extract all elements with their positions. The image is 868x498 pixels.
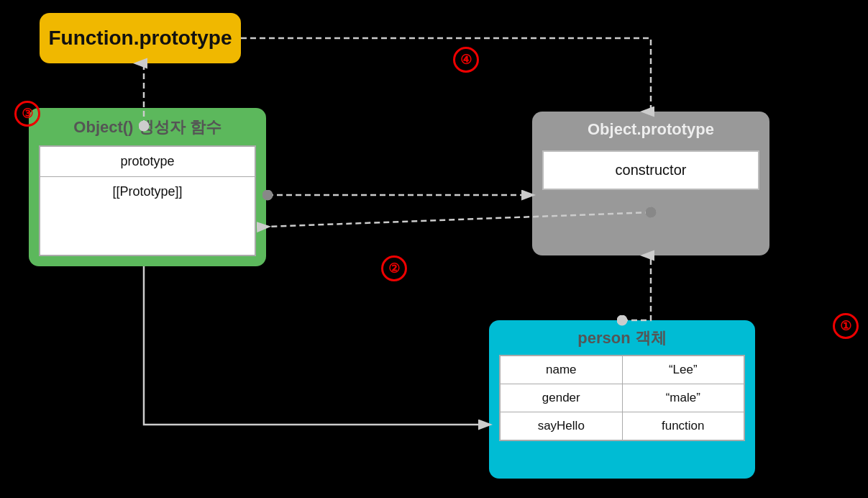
person-row-gender: gender “male” <box>501 384 744 412</box>
label-one: ① <box>833 313 859 339</box>
obj-constructor-box: Object() 생성자 함수 prototype [[Prototype]] <box>29 108 266 266</box>
obj-constructor-title: Object() 생성자 함수 <box>39 117 256 138</box>
obj-proto-title: Object.prototype <box>542 120 759 139</box>
person-gender-key: gender <box>501 384 623 412</box>
arrow-person-to-obj-proto <box>622 255 651 320</box>
obj-constructor-row-prototype: prototype <box>40 147 255 177</box>
person-sayhello-key: sayHello <box>501 412 623 440</box>
label-two: ② <box>381 255 407 281</box>
person-row-sayhello: sayHello function <box>501 412 744 440</box>
person-name-value: “Lee” <box>623 356 744 384</box>
person-row-name: name “Lee” <box>501 356 744 384</box>
label-three: ③ <box>14 101 40 127</box>
obj-constructor-row-proto-chain: [[Prototype]] <box>40 177 255 207</box>
obj-proto-box: Object.prototype constructor <box>532 112 769 255</box>
person-name-key: name <box>501 356 623 384</box>
obj-constructor-table: prototype [[Prototype]] <box>39 145 256 256</box>
person-obj-table: name “Lee” gender “male” sayHello functi… <box>499 355 745 441</box>
func-proto-box: Function.prototype <box>40 13 241 63</box>
person-gender-value: “male” <box>623 384 744 412</box>
obj-proto-constructor: constructor <box>542 150 759 190</box>
arrow-4 <box>241 38 651 112</box>
person-sayhello-value: function <box>623 412 744 440</box>
person-obj-title: person 객체 <box>499 327 745 349</box>
label-four: ④ <box>453 47 479 73</box>
func-proto-label: Function.prototype <box>48 27 232 50</box>
arrow-constructor-to-person <box>144 266 489 425</box>
person-obj-box: person 객체 name “Lee” gender “male” sayHe… <box>489 320 755 479</box>
